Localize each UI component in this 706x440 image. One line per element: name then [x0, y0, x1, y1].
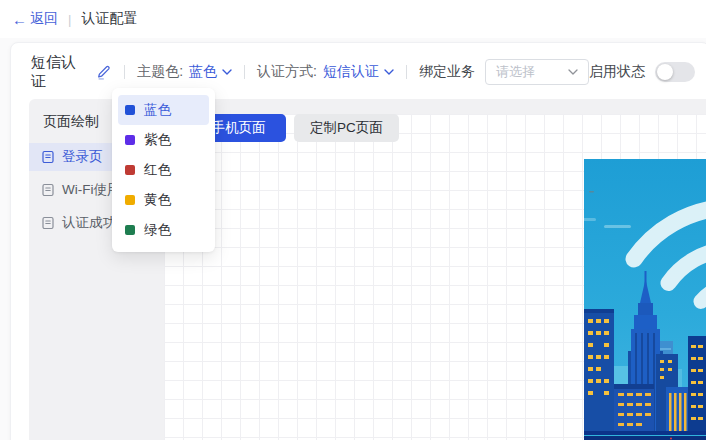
tab-pc-page[interactable]: 定制PC页面: [294, 114, 399, 142]
theme-option-blue[interactable]: 蓝色: [118, 95, 209, 125]
sidebar-item-label: 认证成功: [62, 214, 116, 232]
enable-status-label: 启用状态: [589, 63, 645, 81]
login-page-background-preview[interactable]: [584, 159, 706, 440]
bind-business-select[interactable]: 请选择: [485, 59, 589, 85]
theme-option-green[interactable]: 绿色: [118, 215, 209, 245]
theme-option-label: 黄色: [144, 191, 171, 209]
theme-color-label: 主题色:: [137, 63, 183, 81]
city-skyline-wifi-illustration: [584, 159, 706, 440]
auth-method-label: 认证方式:: [257, 63, 317, 81]
chevron-down-icon: [568, 69, 578, 75]
auth-method-value: 短信认证: [323, 63, 379, 81]
theme-option-red[interactable]: 红色: [118, 155, 209, 185]
config-toolbar: 短信认证 主题色: 蓝色 认证方式: 短信认证 绑定业务 请选择: [31, 57, 695, 87]
theme-option-purple[interactable]: 紫色: [118, 125, 209, 155]
color-swatch: [125, 105, 135, 115]
topbar: ← 返回 | 认证配置: [0, 0, 706, 38]
theme-option-label: 红色: [144, 161, 171, 179]
color-swatch: [125, 225, 135, 235]
theme-color-value: 蓝色: [189, 63, 217, 81]
pencil-icon: [96, 64, 112, 80]
document-icon: [41, 183, 55, 197]
theme-color-dropdown-trigger[interactable]: 蓝色: [189, 63, 232, 81]
enable-status-toggle[interactable]: [655, 62, 695, 82]
topbar-separator: |: [68, 12, 71, 27]
toolbar-divider: [406, 65, 407, 79]
back-label: 返回: [30, 10, 58, 28]
auth-method-dropdown-trigger[interactable]: 短信认证: [323, 63, 394, 81]
design-canvas[interactable]: 定制手机页面 定制PC页面: [164, 114, 706, 440]
document-icon: [41, 216, 55, 230]
color-swatch: [125, 135, 135, 145]
edit-name-button[interactable]: [96, 64, 112, 80]
toolbar-divider: [244, 65, 245, 79]
back-button[interactable]: ← 返回: [12, 10, 58, 28]
back-arrow-icon: ←: [12, 12, 27, 27]
chevron-down-icon: [222, 69, 232, 75]
sidebar-item-label: 登录页: [62, 148, 103, 166]
theme-option-label: 紫色: [144, 131, 171, 149]
chevron-down-icon: [384, 69, 394, 75]
theme-option-label: 绿色: [144, 221, 171, 239]
config-name: 短信认证: [31, 53, 88, 91]
theme-option-yellow[interactable]: 黄色: [118, 185, 209, 215]
page-title: 认证配置: [81, 10, 137, 28]
bind-business-label: 绑定业务: [419, 63, 475, 81]
tab-label: 定制PC页面: [310, 119, 383, 137]
color-swatch: [125, 165, 135, 175]
toolbar-divider: [124, 65, 125, 79]
document-icon: [41, 150, 55, 164]
theme-color-dropdown-menu: 蓝色 紫色 红色 黄色 绿色: [112, 88, 215, 252]
color-swatch: [125, 195, 135, 205]
select-placeholder: 请选择: [496, 63, 535, 81]
toggle-knob: [657, 64, 673, 80]
theme-option-label: 蓝色: [144, 101, 171, 119]
